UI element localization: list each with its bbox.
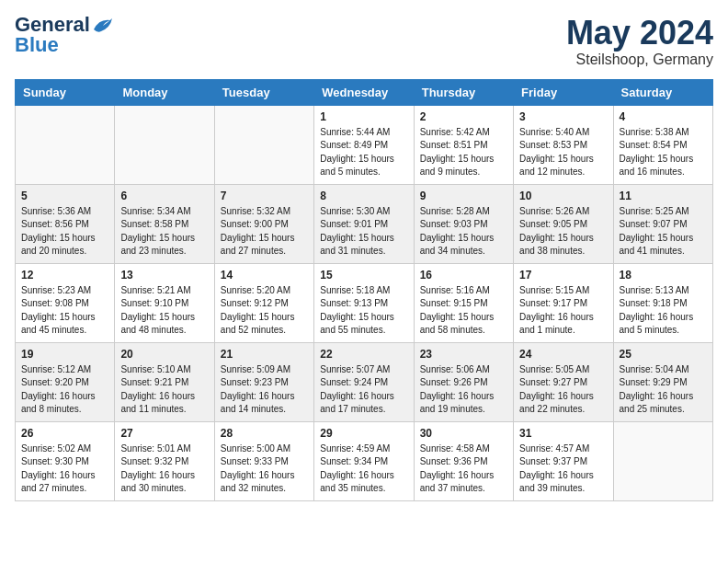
calendar-cell: 25Sunrise: 5:04 AMSunset: 9:29 PMDayligh…	[613, 342, 712, 421]
day-number: 4	[620, 110, 707, 123]
day-info: Sunrise: 5:38 AMSunset: 8:54 PMDaylight:…	[620, 126, 707, 179]
day-number: 10	[519, 190, 607, 202]
day-info: Sunrise: 5:05 AMSunset: 9:27 PMDaylight:…	[519, 363, 607, 417]
calendar-cell: 23Sunrise: 5:06 AMSunset: 9:26 PMDayligh…	[414, 342, 513, 421]
calendar-week-row: 19Sunrise: 5:12 AMSunset: 9:20 PMDayligh…	[16, 342, 713, 421]
calendar-cell: 21Sunrise: 5:09 AMSunset: 9:23 PMDayligh…	[214, 342, 313, 421]
day-number: 8	[320, 190, 407, 202]
day-number: 23	[420, 348, 507, 361]
logo-text-blue: Blue	[15, 33, 59, 56]
calendar-cell: 31Sunrise: 4:57 AMSunset: 9:37 PMDayligh…	[514, 421, 613, 500]
calendar-cell: 16Sunrise: 5:16 AMSunset: 9:15 PMDayligh…	[414, 263, 513, 342]
calendar-cell: 26Sunrise: 5:02 AMSunset: 9:30 PMDayligh…	[16, 421, 115, 500]
calendar-cell: 3Sunrise: 5:40 AMSunset: 8:53 PMDaylight…	[514, 105, 613, 184]
day-number: 18	[620, 269, 707, 282]
day-number: 19	[21, 348, 108, 361]
day-number: 22	[320, 348, 407, 361]
day-info: Sunrise: 5:28 AMSunset: 9:03 PMDaylight:…	[420, 205, 507, 259]
day-header-saturday: Saturday	[613, 79, 712, 105]
calendar-cell	[214, 105, 313, 184]
day-number: 15	[320, 269, 407, 282]
calendar-week-row: 26Sunrise: 5:02 AMSunset: 9:30 PMDayligh…	[16, 421, 713, 500]
calendar-cell	[16, 105, 115, 184]
day-number: 13	[120, 269, 208, 282]
day-info: Sunrise: 5:09 AMSunset: 9:23 PMDaylight:…	[221, 363, 308, 417]
day-number: 1	[320, 110, 407, 123]
calendar-week-row: 5Sunrise: 5:36 AMSunset: 8:56 PMDaylight…	[16, 184, 713, 263]
calendar-cell: 15Sunrise: 5:18 AMSunset: 9:13 PMDayligh…	[314, 263, 414, 342]
calendar-cell: 22Sunrise: 5:07 AMSunset: 9:24 PMDayligh…	[314, 342, 414, 421]
calendar-cell: 30Sunrise: 4:58 AMSunset: 9:36 PMDayligh…	[414, 421, 513, 500]
day-number: 5	[21, 190, 108, 202]
day-info: Sunrise: 5:30 AMSunset: 9:01 PMDaylight:…	[320, 205, 407, 259]
day-info: Sunrise: 5:25 AMSunset: 9:07 PMDaylight:…	[620, 205, 707, 259]
calendar-cell: 20Sunrise: 5:10 AMSunset: 9:21 PMDayligh…	[115, 342, 214, 421]
calendar-cell	[613, 421, 712, 500]
day-info: Sunrise: 5:36 AMSunset: 8:56 PMDaylight:…	[21, 205, 108, 259]
day-info: Sunrise: 5:15 AMSunset: 9:17 PMDaylight:…	[519, 284, 607, 338]
day-info: Sunrise: 5:34 AMSunset: 8:58 PMDaylight:…	[120, 205, 208, 259]
calendar-cell: 28Sunrise: 5:00 AMSunset: 9:33 PMDayligh…	[214, 421, 313, 500]
calendar-cell: 18Sunrise: 5:13 AMSunset: 9:18 PMDayligh…	[613, 263, 712, 342]
day-number: 24	[519, 348, 607, 361]
calendar-cell: 10Sunrise: 5:26 AMSunset: 9:05 PMDayligh…	[514, 184, 613, 263]
day-number: 25	[620, 348, 707, 361]
day-header-thursday: Thursday	[414, 79, 513, 105]
day-header-friday: Friday	[514, 79, 613, 105]
logo-bird-icon	[92, 17, 112, 33]
day-number: 31	[519, 427, 607, 440]
calendar-cell	[115, 105, 214, 184]
day-header-sunday: Sunday	[16, 79, 115, 105]
day-info: Sunrise: 5:32 AMSunset: 9:00 PMDaylight:…	[221, 205, 308, 259]
day-number: 29	[320, 427, 407, 440]
calendar-cell: 6Sunrise: 5:34 AMSunset: 8:58 PMDaylight…	[115, 184, 214, 263]
calendar-cell: 29Sunrise: 4:59 AMSunset: 9:34 PMDayligh…	[314, 421, 414, 500]
calendar-cell: 13Sunrise: 5:21 AMSunset: 9:10 PMDayligh…	[115, 263, 214, 342]
day-number: 20	[120, 348, 208, 361]
calendar-cell: 14Sunrise: 5:20 AMSunset: 9:12 PMDayligh…	[214, 263, 313, 342]
day-number: 17	[519, 269, 607, 282]
main-title: May 2024	[566, 15, 713, 52]
calendar-header-row: SundayMondayTuesdayWednesdayThursdayFrid…	[16, 79, 713, 105]
logo: General Blue	[15, 15, 112, 55]
day-info: Sunrise: 5:04 AMSunset: 9:29 PMDaylight:…	[620, 363, 707, 417]
calendar-week-row: 12Sunrise: 5:23 AMSunset: 9:08 PMDayligh…	[16, 263, 713, 342]
day-number: 7	[221, 190, 308, 202]
day-info: Sunrise: 5:40 AMSunset: 8:53 PMDaylight:…	[519, 126, 607, 179]
day-info: Sunrise: 5:07 AMSunset: 9:24 PMDaylight:…	[320, 363, 407, 417]
calendar-cell: 12Sunrise: 5:23 AMSunset: 9:08 PMDayligh…	[16, 263, 115, 342]
day-header-monday: Monday	[115, 79, 214, 105]
calendar-cell: 2Sunrise: 5:42 AMSunset: 8:51 PMDaylight…	[414, 105, 513, 184]
day-info: Sunrise: 4:57 AMSunset: 9:37 PMDaylight:…	[519, 442, 607, 496]
day-info: Sunrise: 5:21 AMSunset: 9:10 PMDaylight:…	[120, 284, 208, 338]
day-header-wednesday: Wednesday	[314, 79, 414, 105]
calendar-cell: 24Sunrise: 5:05 AMSunset: 9:27 PMDayligh…	[514, 342, 613, 421]
day-number: 3	[519, 110, 607, 123]
calendar-cell: 9Sunrise: 5:28 AMSunset: 9:03 PMDaylight…	[414, 184, 513, 263]
day-info: Sunrise: 5:10 AMSunset: 9:21 PMDaylight:…	[120, 363, 208, 417]
day-info: Sunrise: 5:00 AMSunset: 9:33 PMDaylight:…	[221, 442, 308, 496]
day-info: Sunrise: 5:23 AMSunset: 9:08 PMDaylight:…	[21, 284, 108, 338]
day-number: 16	[420, 269, 507, 282]
day-number: 28	[221, 427, 308, 440]
calendar-cell: 8Sunrise: 5:30 AMSunset: 9:01 PMDaylight…	[314, 184, 414, 263]
day-number: 11	[620, 190, 707, 202]
day-info: Sunrise: 5:16 AMSunset: 9:15 PMDaylight:…	[420, 284, 507, 338]
calendar-cell: 11Sunrise: 5:25 AMSunset: 9:07 PMDayligh…	[613, 184, 712, 263]
day-number: 9	[420, 190, 507, 202]
day-info: Sunrise: 5:42 AMSunset: 8:51 PMDaylight:…	[420, 126, 507, 179]
day-number: 30	[420, 427, 507, 440]
calendar-week-row: 1Sunrise: 5:44 AMSunset: 8:49 PMDaylight…	[16, 105, 713, 184]
day-info: Sunrise: 5:13 AMSunset: 9:18 PMDaylight:…	[620, 284, 707, 338]
day-info: Sunrise: 5:18 AMSunset: 9:13 PMDaylight:…	[320, 284, 407, 338]
calendar-cell: 4Sunrise: 5:38 AMSunset: 8:54 PMDaylight…	[613, 105, 712, 184]
day-info: Sunrise: 5:26 AMSunset: 9:05 PMDaylight:…	[519, 205, 607, 259]
day-info: Sunrise: 5:12 AMSunset: 9:20 PMDaylight:…	[21, 363, 108, 417]
day-number: 26	[21, 427, 108, 440]
calendar-cell: 5Sunrise: 5:36 AMSunset: 8:56 PMDaylight…	[16, 184, 115, 263]
day-header-tuesday: Tuesday	[214, 79, 313, 105]
calendar-cell: 27Sunrise: 5:01 AMSunset: 9:32 PMDayligh…	[115, 421, 214, 500]
subtitle: Steilshoop, Germany	[566, 52, 713, 68]
day-number: 21	[221, 348, 308, 361]
day-info: Sunrise: 5:06 AMSunset: 9:26 PMDaylight:…	[420, 363, 507, 417]
